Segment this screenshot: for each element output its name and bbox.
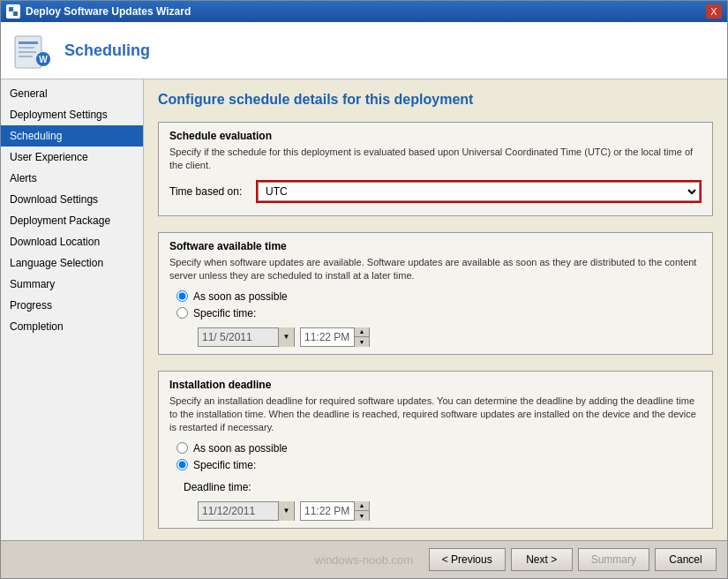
sidebar-item-scheduling[interactable]: Scheduling (1, 125, 143, 147)
sidebar-item-download-location[interactable]: Download Location (1, 231, 143, 252)
software-available-time-up[interactable]: ▲ (355, 327, 369, 337)
watermark-text: windows-noob.com (315, 553, 413, 567)
software-available-asap-label: As soon as possible (193, 290, 288, 303)
svg-rect-1 (13, 7, 18, 11)
installation-specific-row: Specific time: (176, 459, 702, 471)
installation-deadline-time-wrapper: ▲ ▼ (300, 501, 370, 521)
software-available-desc: Specify when software updates are availa… (169, 256, 702, 283)
installation-deadline-section: Installation deadline Specify an install… (158, 371, 713, 529)
header-title: Scheduling (64, 41, 150, 60)
svg-text:W: W (39, 55, 48, 64)
installation-deadline-label-row: Deadline time: (184, 481, 702, 493)
time-based-on-label: Time based on: (169, 185, 249, 198)
svg-rect-7 (19, 51, 36, 53)
title-bar-left: Deploy Software Updates Wizard (6, 4, 191, 19)
installation-asap-row: As soon as possible (176, 442, 702, 455)
next-button[interactable]: Next > (511, 548, 573, 571)
software-available-time-input[interactable] (301, 329, 354, 345)
svg-rect-8 (19, 56, 33, 57)
installation-specific-radio[interactable] (176, 459, 188, 470)
software-available-time-spin: ▲ ▼ (354, 327, 369, 347)
title-bar: Deploy Software Updates Wizard X (1, 1, 727, 22)
software-available-specific-radio[interactable] (176, 307, 188, 319)
app-icon (6, 4, 20, 19)
content-area: Configure schedule details for this depl… (144, 79, 727, 540)
sidebar-item-deployment-settings[interactable]: Deployment Settings (1, 104, 143, 125)
installation-deadline-radio-group: As soon as possible Specific time: Deadl… (176, 442, 702, 521)
deadline-time-label: Deadline time: (184, 481, 251, 493)
installation-deadline-time-input[interactable] (301, 503, 354, 519)
sidebar-item-summary[interactable]: Summary (1, 274, 143, 295)
schedule-evaluation-section: Schedule evaluation Specify if the sched… (158, 122, 713, 216)
page-title: Configure schedule details for this depl… (158, 92, 713, 108)
sidebar-item-deployment-package[interactable]: Deployment Package (1, 210, 143, 231)
wizard-icon: W (11, 29, 54, 71)
sidebar: General Deployment Settings Scheduling U… (1, 79, 144, 540)
installation-deadline-date-wrapper: ▼ (198, 501, 295, 521)
svg-rect-3 (13, 11, 18, 16)
sidebar-item-alerts[interactable]: Alerts (1, 168, 143, 189)
installation-deadline-date-arrow[interactable]: ▼ (278, 501, 294, 521)
cancel-button[interactable]: Cancel (655, 548, 717, 571)
header-area: W Scheduling (1, 22, 727, 79)
sidebar-item-completion[interactable]: Completion (1, 316, 143, 337)
software-available-date-input[interactable] (199, 329, 278, 345)
installation-deadline-time-spin: ▲ ▼ (354, 501, 369, 521)
software-available-section: Software available time Specify when sof… (158, 232, 713, 355)
installation-deadline-title: Installation deadline (169, 379, 702, 391)
installation-deadline-time-down[interactable]: ▼ (355, 511, 369, 521)
installation-deadline-datetime-row: ▼ ▲ ▼ (198, 501, 702, 521)
sidebar-item-language-selection[interactable]: Language Selection (1, 252, 143, 274)
software-available-datetime-row: ▼ ▲ ▼ (198, 327, 702, 347)
svg-rect-2 (9, 11, 13, 16)
svg-rect-0 (9, 7, 13, 11)
installation-deadline-date-input[interactable] (199, 503, 278, 519)
footer: windows-noob.com < Previous Next > Summa… (1, 540, 727, 578)
svg-rect-6 (19, 47, 34, 49)
software-available-specific-row: Specific time: (176, 307, 702, 320)
installation-asap-label: As soon as possible (193, 442, 288, 455)
time-based-on-dropdown[interactable]: UTC Client local time (258, 182, 700, 201)
previous-button[interactable]: < Previous (429, 548, 506, 571)
sidebar-item-download-settings[interactable]: Download Settings (1, 189, 143, 210)
software-available-specific-label: Specific time: (193, 307, 256, 320)
software-available-date-wrapper: ▼ (198, 327, 295, 347)
schedule-evaluation-desc: Specify if the schedule for this deploym… (169, 146, 702, 173)
title-bar-text: Deploy Software Updates Wizard (26, 5, 191, 18)
main-window: Deploy Software Updates Wizard X W Sched… (0, 0, 728, 579)
sidebar-item-progress[interactable]: Progress (1, 295, 143, 316)
main-content: General Deployment Settings Scheduling U… (1, 79, 727, 540)
close-button[interactable]: X (706, 4, 722, 19)
time-based-on-row: Time based on: UTC Client local time (169, 180, 702, 203)
software-available-time-wrapper: ▲ ▼ (300, 327, 370, 347)
installation-deadline-time-up[interactable]: ▲ (355, 501, 369, 511)
installation-asap-radio[interactable] (176, 442, 188, 454)
time-based-on-highlight: UTC Client local time (256, 180, 702, 203)
installation-deadline-desc: Specify an installation deadline for req… (169, 395, 702, 435)
software-available-asap-radio[interactable] (176, 290, 188, 302)
installation-specific-label: Specific time: (193, 459, 256, 471)
sidebar-item-user-experience[interactable]: User Experience (1, 147, 143, 168)
sidebar-item-general[interactable]: General (1, 83, 143, 104)
software-available-time-down[interactable]: ▼ (355, 337, 369, 347)
software-available-date-arrow[interactable]: ▼ (278, 327, 294, 347)
software-available-asap-row: As soon as possible (176, 290, 702, 303)
software-available-radio-group: As soon as possible Specific time: ▼ (176, 290, 702, 347)
summary-button[interactable]: Summary (578, 548, 649, 571)
software-available-title: Software available time (169, 240, 702, 252)
schedule-evaluation-title: Schedule evaluation (169, 130, 702, 142)
svg-rect-5 (19, 41, 38, 44)
